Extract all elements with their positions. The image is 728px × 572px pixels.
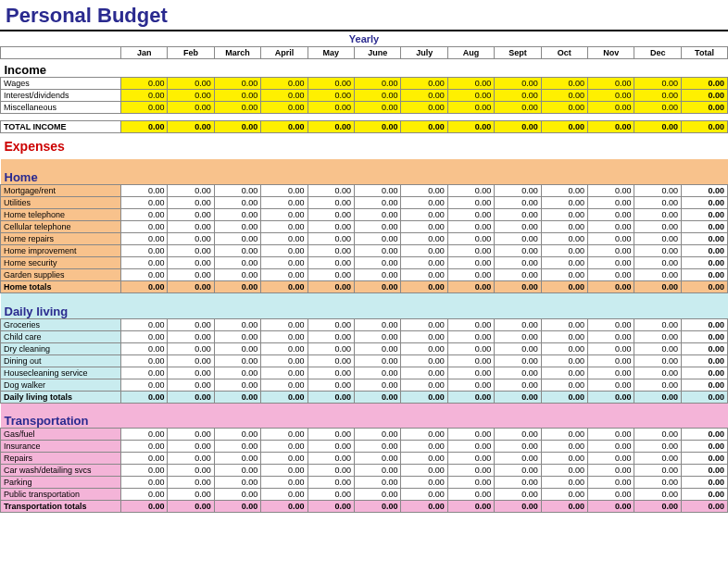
cell[interactable]: 0.00 — [541, 318, 587, 330]
cell[interactable]: 0.00 — [261, 342, 308, 354]
cell[interactable]: 0.00 — [495, 501, 541, 513]
cell[interactable]: 0.00 — [588, 257, 634, 269]
cell[interactable]: 0.00 — [214, 330, 260, 342]
cell[interactable]: 0.00 — [495, 209, 541, 221]
cell[interactable]: 0.00 — [355, 354, 401, 367]
cell[interactable]: 0.00 — [634, 489, 682, 501]
cell[interactable]: 0.00 — [541, 391, 587, 403]
cell[interactable]: 0.00 — [634, 121, 682, 133]
cell[interactable]: 0.00 — [541, 367, 587, 379]
cell[interactable]: 0.00 — [168, 102, 214, 114]
cell[interactable]: 0.00 — [401, 489, 447, 501]
cell[interactable]: 0.00 — [214, 197, 260, 209]
cell[interactable]: 0.00 — [541, 281, 587, 293]
cell[interactable]: 0.00 — [401, 245, 447, 257]
cell[interactable]: 0.00 — [401, 429, 447, 441]
cell[interactable]: 0.00 — [447, 209, 494, 221]
cell[interactable]: 0.00 — [308, 185, 354, 197]
cell[interactable]: 0.00 — [261, 489, 308, 501]
cell[interactable]: 0.00 — [261, 477, 308, 489]
cell[interactable]: 0.00 — [634, 453, 682, 465]
cell[interactable]: 0.00 — [541, 121, 587, 133]
cell[interactable]: 0.00 — [168, 477, 214, 489]
cell[interactable]: 0.00 — [355, 342, 401, 354]
cell[interactable]: 0.00 — [634, 379, 682, 391]
cell[interactable]: 0.00 — [447, 441, 494, 453]
cell[interactable]: 0.00 — [261, 102, 308, 114]
cell[interactable]: 0.00 — [541, 90, 587, 102]
cell[interactable]: 0.00 — [634, 429, 682, 441]
cell[interactable]: 0.00 — [495, 489, 541, 501]
cell[interactable]: 0.00 — [168, 429, 214, 441]
cell[interactable]: 0.00 — [355, 477, 401, 489]
cell[interactable]: 0.00 — [495, 330, 541, 342]
cell[interactable]: 0.00 — [308, 465, 354, 477]
cell[interactable]: 0.00 — [261, 257, 308, 269]
cell[interactable]: 0.00 — [355, 465, 401, 477]
cell[interactable]: 0.00 — [588, 197, 634, 209]
cell[interactable]: 0.00 — [447, 489, 494, 501]
cell[interactable]: 0.00 — [495, 379, 541, 391]
cell[interactable]: 0.00 — [261, 121, 308, 133]
cell[interactable]: 0.00 — [261, 318, 308, 330]
cell[interactable]: 0.00 — [261, 429, 308, 441]
cell[interactable]: 0.00 — [588, 269, 634, 281]
cell[interactable]: 0.00 — [214, 209, 260, 221]
cell[interactable]: 0.00 — [308, 379, 354, 391]
cell[interactable]: 0.00 — [401, 318, 447, 330]
cell[interactable]: 0.00 — [588, 441, 634, 453]
cell[interactable]: 0.00 — [121, 477, 168, 489]
cell[interactable]: 0.00 — [214, 379, 260, 391]
cell[interactable]: 0.00 — [588, 379, 634, 391]
cell[interactable]: 0.00 — [401, 269, 447, 281]
cell[interactable]: 0.00 — [541, 197, 587, 209]
cell[interactable]: 0.00 — [588, 318, 634, 330]
cell[interactable]: 0.00 — [214, 477, 260, 489]
cell[interactable]: 0.00 — [541, 233, 587, 245]
cell[interactable]: 0.00 — [121, 379, 168, 391]
cell[interactable]: 0.00 — [401, 185, 447, 197]
cell[interactable]: 0.00 — [588, 489, 634, 501]
cell[interactable]: 0.00 — [121, 453, 168, 465]
cell[interactable]: 0.00 — [495, 342, 541, 354]
cell[interactable]: 0.00 — [308, 197, 354, 209]
cell[interactable]: 0.00 — [355, 197, 401, 209]
cell[interactable]: 0.00 — [495, 121, 541, 133]
cell[interactable]: 0.00 — [634, 221, 682, 233]
cell[interactable]: 0.00 — [634, 354, 682, 367]
cell[interactable]: 0.00 — [214, 465, 260, 477]
cell[interactable]: 0.00 — [541, 185, 587, 197]
cell[interactable]: 0.00 — [168, 391, 214, 403]
cell[interactable]: 0.00 — [261, 221, 308, 233]
cell[interactable]: 0.00 — [308, 330, 354, 342]
cell[interactable]: 0.00 — [495, 354, 541, 367]
cell[interactable]: 0.00 — [634, 477, 682, 489]
cell[interactable]: 0.00 — [168, 318, 214, 330]
cell[interactable]: 0.00 — [214, 318, 260, 330]
cell[interactable]: 0.00 — [261, 209, 308, 221]
cell[interactable]: 0.00 — [447, 185, 494, 197]
cell[interactable]: 0.00 — [447, 90, 494, 102]
cell[interactable]: 0.00 — [214, 281, 260, 293]
cell[interactable]: 0.00 — [495, 441, 541, 453]
cell[interactable]: 0.00 — [447, 233, 494, 245]
cell[interactable]: 0.00 — [401, 453, 447, 465]
cell[interactable]: 0.00 — [308, 90, 354, 102]
cell[interactable]: 0.00 — [355, 429, 401, 441]
cell[interactable]: 0.00 — [168, 342, 214, 354]
cell[interactable]: 0.00 — [261, 197, 308, 209]
cell[interactable]: 0.00 — [588, 391, 634, 403]
cell[interactable]: 0.00 — [214, 367, 260, 379]
cell[interactable]: 0.00 — [121, 429, 168, 441]
cell[interactable]: 0.00 — [355, 78, 401, 90]
cell[interactable]: 0.00 — [121, 257, 168, 269]
cell[interactable]: 0.00 — [214, 257, 260, 269]
cell[interactable]: 0.00 — [261, 330, 308, 342]
cell[interactable]: 0.00 — [495, 477, 541, 489]
cell[interactable]: 0.00 — [541, 429, 587, 441]
cell[interactable]: 0.00 — [401, 391, 447, 403]
cell[interactable]: 0.00 — [308, 257, 354, 269]
cell[interactable]: 0.00 — [541, 330, 587, 342]
cell[interactable]: 0.00 — [588, 102, 634, 114]
cell[interactable]: 0.00 — [355, 209, 401, 221]
